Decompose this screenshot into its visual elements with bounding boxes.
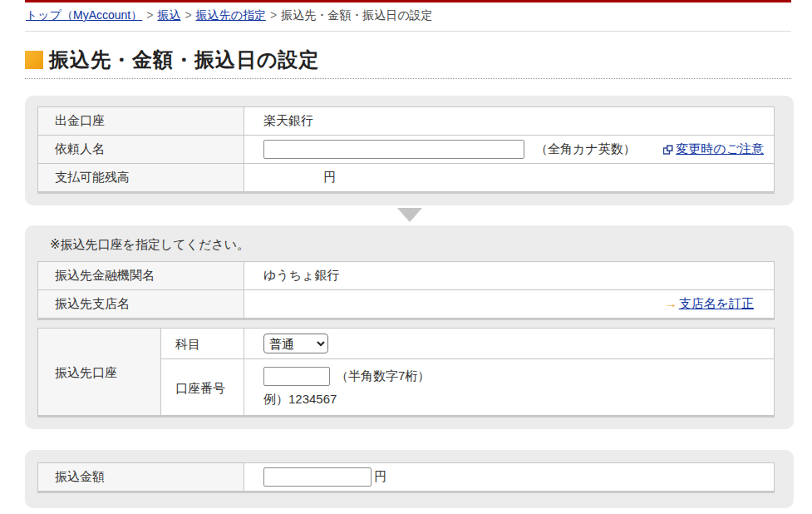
title-square-icon <box>25 51 43 69</box>
amount-unit: 円 <box>374 469 386 485</box>
flow-down-arrow-icon <box>397 208 422 222</box>
page: トップ（MyAccount）>振込>振込先の指定>振込先・金額・振込日の設定 振… <box>25 0 794 508</box>
requester-name-format-note: （全角カナ英数） <box>535 141 636 157</box>
account-type-label: 科目 <box>161 329 244 359</box>
requester-name-input[interactable] <box>263 140 524 159</box>
breadcrumb-link-furikomi[interactable]: 振込 <box>157 8 180 22</box>
requester-name-label: 依頼人名 <box>38 136 244 164</box>
branch-name-cell: →支店名を訂正 <box>244 290 775 319</box>
account-number-input[interactable] <box>263 367 330 386</box>
table-row: 振込先支店名 →支店名を訂正 <box>38 290 775 319</box>
amount-table: 振込金額 円 <box>37 462 775 492</box>
branch-name-label: 振込先支店名 <box>38 290 244 319</box>
fix-branch-name-link[interactable]: 支店名を訂正 <box>679 296 754 310</box>
account-number-hint: （半角数字7桁） <box>336 368 430 384</box>
table-row: 振込先口座 科目 普通 <box>38 329 775 359</box>
account-type-cell: 普通 <box>244 329 775 359</box>
breadcrumb-separator: > <box>146 8 153 22</box>
table-row: 振込先金融機関名 ゆうちょ銀行 <box>38 262 775 290</box>
bank-name-label: 振込先金融機関名 <box>38 262 244 290</box>
breadcrumb: トップ（MyAccount）>振込>振込先の指定>振込先・金額・振込日の設定 <box>25 2 791 32</box>
amount-label: 振込金額 <box>38 463 244 492</box>
source-account-table: 出金口座 楽天銀行 依頼人名 （全角カナ英数） 変更時のご注意 <box>37 106 775 192</box>
amount-panel: 振込金額 円 <box>25 450 794 508</box>
breadcrumb-link-top[interactable]: トップ（MyAccount） <box>26 8 142 22</box>
account-type-select[interactable]: 普通 <box>263 334 328 353</box>
account-number-cell: （半角数字7桁） 例）1234567 <box>244 359 775 416</box>
change-notice-link[interactable]: 変更時のご注意 <box>676 141 764 157</box>
popup-window-icon <box>663 145 673 155</box>
breadcrumb-separator: > <box>185 8 191 22</box>
available-balance-label: 支払可能残高 <box>38 164 244 192</box>
available-balance-value: 円 <box>244 164 775 192</box>
amount-cell: 円 <box>244 463 775 492</box>
breadcrumb-separator: > <box>270 8 277 22</box>
amount-input[interactable] <box>263 467 372 487</box>
orange-arrow-icon: → <box>665 296 677 310</box>
account-number-label: 口座番号 <box>161 359 244 416</box>
table-row: 依頼人名 （全角カナ英数） 変更時のご注意 <box>38 136 775 164</box>
destination-account-table: 振込先口座 科目 普通 口座番号 （半角数字7桁 <box>37 328 775 416</box>
destination-instruction-note: ※振込先口座を指定してください。 <box>50 237 775 253</box>
bank-name-value: ゆうちょ銀行 <box>244 262 775 290</box>
page-title-block: 振込先・金額・振込日の設定 <box>25 49 791 79</box>
page-title: 振込先・金額・振込日の設定 <box>49 49 320 71</box>
account-number-example: 例）1234567 <box>263 392 765 408</box>
breadcrumb-current: 振込先・金額・振込日の設定 <box>281 8 432 22</box>
destination-panel: ※振込先口座を指定してください。 振込先金融機関名 ゆうちょ銀行 振込先支店名 … <box>25 225 794 429</box>
destination-bank-table: 振込先金融機関名 ゆうちょ銀行 振込先支店名 →支店名を訂正 <box>37 261 775 319</box>
withdrawal-account-label: 出金口座 <box>38 107 244 136</box>
withdrawal-account-value: 楽天銀行 <box>244 107 775 136</box>
table-row: 出金口座 楽天銀行 <box>38 107 775 136</box>
requester-name-cell: （全角カナ英数） 変更時のご注意 <box>244 136 775 164</box>
breadcrumb-link-destination[interactable]: 振込先の指定 <box>196 8 266 22</box>
source-account-panel: 出金口座 楽天銀行 依頼人名 （全角カナ英数） 変更時のご注意 <box>25 96 794 205</box>
destination-account-label: 振込先口座 <box>38 329 161 416</box>
table-row: 支払可能残高 円 <box>38 164 775 192</box>
table-row: 振込金額 円 <box>38 463 775 492</box>
